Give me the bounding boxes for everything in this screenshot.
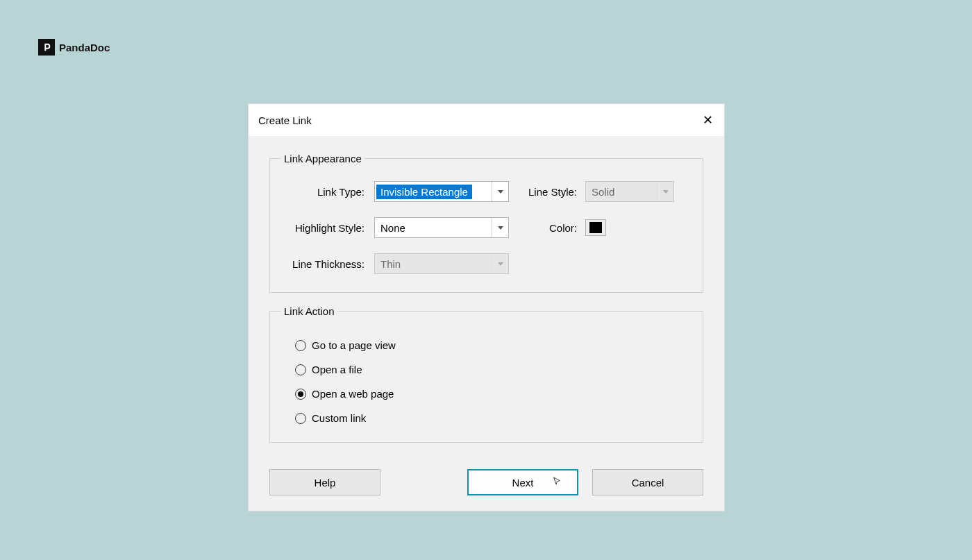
radio-open-file[interactable]: Open a file: [295, 364, 689, 375]
radio-label: Open a web page: [312, 388, 394, 400]
radio-icon: [295, 364, 306, 375]
chevron-down-icon: [492, 218, 508, 237]
title-bar: Create Link ✕: [249, 104, 724, 136]
line-style-label: Line Style:: [526, 186, 585, 198]
pandadoc-icon: [38, 39, 55, 56]
radio-open-web-page[interactable]: Open a web page: [295, 388, 689, 400]
color-picker[interactable]: [585, 219, 606, 236]
chevron-down-icon: [492, 182, 508, 201]
chevron-down-icon: [657, 182, 673, 201]
radio-custom-link[interactable]: Custom link: [295, 412, 689, 424]
brand-name: PandaDoc: [59, 42, 110, 53]
radio-icon: [295, 340, 306, 351]
radio-icon: [295, 413, 306, 424]
link-type-dropdown[interactable]: Invisible Rectangle: [374, 181, 509, 202]
radio-label: Custom link: [312, 412, 366, 424]
line-thickness-label: Line Thickness:: [284, 258, 374, 270]
line-style-value: Solid: [592, 186, 614, 198]
next-button[interactable]: Next: [467, 469, 578, 495]
highlight-style-label: Highlight Style:: [284, 222, 374, 234]
radio-page-view[interactable]: Go to a page view: [295, 339, 689, 351]
highlight-style-dropdown[interactable]: None: [374, 217, 509, 238]
cursor-icon: [552, 476, 563, 489]
line-style-dropdown: Solid: [585, 181, 674, 202]
line-thickness-dropdown: Thin: [374, 253, 509, 274]
help-button[interactable]: Help: [269, 469, 380, 495]
line-thickness-value: Thin: [380, 258, 401, 270]
radio-label: Go to a page view: [312, 339, 396, 351]
dialog-title: Create Link: [258, 114, 312, 126]
dialog-button-row: Help Next Cancel: [249, 462, 724, 511]
close-icon[interactable]: ✕: [699, 112, 716, 128]
color-swatch-inner: [589, 222, 602, 233]
link-appearance-legend: Link Appearance: [281, 153, 364, 164]
color-label: Color:: [526, 222, 585, 234]
link-action-legend: Link Action: [281, 305, 337, 317]
cancel-button[interactable]: Cancel: [592, 469, 703, 495]
chevron-down-icon: [492, 254, 508, 273]
radio-label: Open a file: [312, 364, 362, 375]
link-action-group: Link Action Go to a page view Open a fil…: [269, 305, 703, 443]
highlight-style-value: None: [380, 222, 405, 234]
radio-icon: [295, 389, 306, 400]
link-type-label: Link Type:: [284, 186, 374, 198]
brand-logo: PandaDoc: [38, 39, 110, 56]
link-appearance-group: Link Appearance Link Type: Invisible Rec…: [269, 153, 703, 293]
create-link-dialog: Create Link ✕ Link Appearance Link Type:…: [248, 103, 725, 511]
link-type-value: Invisible Rectangle: [376, 185, 472, 199]
